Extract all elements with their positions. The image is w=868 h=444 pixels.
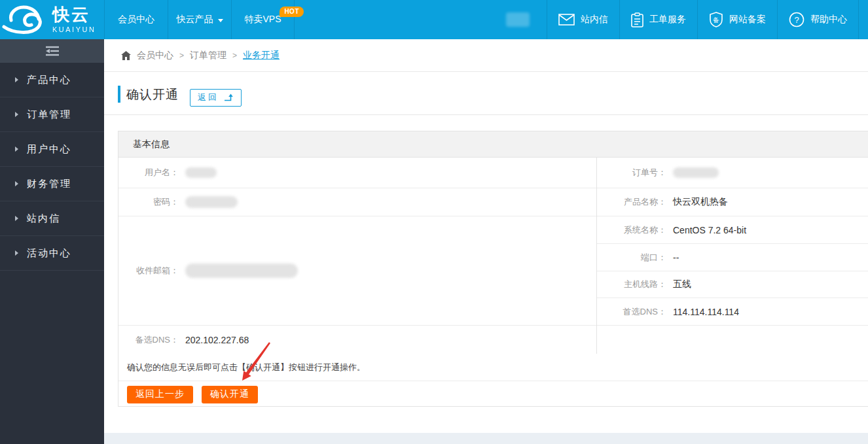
row-recipient-email: 收件邮箱： xyxy=(118,216,596,326)
footer-strip xyxy=(104,433,868,444)
sidebar-collapse-toggle[interactable] xyxy=(0,39,104,63)
chevron-down-icon xyxy=(218,19,223,22)
row-password: 密码： xyxy=(118,188,596,216)
breadcrumb-order-management[interactable]: 订单管理 xyxy=(190,50,226,61)
triangle-right-icon xyxy=(15,181,18,186)
previous-step-button[interactable]: 返回上一步 xyxy=(127,386,193,403)
sidebar-item-inbox[interactable]: 站内信 xyxy=(0,201,104,236)
field-label: 系统名称： xyxy=(597,224,666,236)
sidebar: 产品中心 订单管理 用户中心 财务管理 站内信 活动中心 xyxy=(0,39,104,444)
nav-item-label: 工单服务 xyxy=(649,14,686,26)
breadcrumb-business-activation[interactable]: 业务开通 xyxy=(243,50,280,61)
row-secondary-dns: 备选DNS： 202.102.227.68 xyxy=(118,326,596,354)
mail-icon xyxy=(558,14,575,26)
logo-title-en: KUAIYUN xyxy=(52,26,96,33)
nav-item-inbox[interactable]: 站内信 xyxy=(547,0,619,39)
help-icon: ? xyxy=(789,12,805,27)
redacted-value xyxy=(673,167,719,178)
breadcrumb: 会员中心 > 订单管理 > 业务开通 xyxy=(104,39,868,72)
nav-item-icp-record[interactable]: 备 网站备案 xyxy=(697,0,777,39)
primary-menu: 会员中心 快云产品 特卖VPS HOT xyxy=(104,0,295,39)
sidebar-item-user-center[interactable]: 用户中心 xyxy=(0,132,104,167)
note-text: 确认您的信息无误后即可点击【确认开通】按钮进行开通操作。 xyxy=(127,362,365,373)
sidebar-item-label: 订单管理 xyxy=(27,109,71,121)
row-system-name: 系统名称： CentOS 7.2 64-bit xyxy=(597,216,868,244)
redacted-value xyxy=(185,167,217,178)
basic-info-panel: 基本信息 用户名： 密码： 收件邮箱： xyxy=(118,131,868,407)
back-button[interactable]: 返回 xyxy=(190,89,242,107)
menu-item-products[interactable]: 快云产品 xyxy=(168,0,231,39)
breadcrumb-member-center[interactable]: 会员中心 xyxy=(137,50,173,61)
panel-body: 用户名： 密码： 收件邮箱： 备选DNS： 202.102.227.68 xyxy=(118,158,868,354)
field-value: 快云双机热备 xyxy=(673,196,728,208)
sidebar-item-label: 用户中心 xyxy=(27,143,71,156)
panel-header: 基本信息 xyxy=(118,131,868,158)
field-value: 114.114.114.114 xyxy=(673,307,739,317)
cloud-swirl-icon xyxy=(1,3,51,36)
collapse-menu-icon xyxy=(45,46,60,56)
kuaiyun-logo[interactable]: 快云 KUAIYUN xyxy=(0,0,104,39)
field-label: 订单号： xyxy=(597,167,666,179)
field-label: 密码： xyxy=(118,196,179,208)
sidebar-item-activity-center[interactable]: 活动中心 xyxy=(0,236,104,271)
redacted-value xyxy=(185,196,238,208)
return-arrow-icon xyxy=(224,94,234,101)
triangle-right-icon xyxy=(15,250,18,256)
back-button-label: 返回 xyxy=(198,92,219,103)
username-redacted[interactable] xyxy=(506,12,530,27)
panel-left-column: 用户名： 密码： 收件邮箱： 备选DNS： 202.102.227.68 xyxy=(118,158,596,354)
nav-item-label: 站内信 xyxy=(581,14,608,26)
row-order-number: 订单号： xyxy=(597,158,868,188)
triangle-right-icon xyxy=(15,146,18,152)
row-port: 端口： -- xyxy=(597,244,868,271)
record-shield-icon: 备 xyxy=(709,12,723,27)
field-value: 202.102.227.68 xyxy=(185,335,249,345)
menu-item-label: 会员中心 xyxy=(118,14,154,26)
main-content: 会员中心 > 订单管理 > 业务开通 确认开通 返回 基本信息 xyxy=(104,39,868,444)
page-title: 确认开通 xyxy=(126,86,179,103)
row-host-line: 主机线路： 五线 xyxy=(597,271,868,298)
menu-item-member-center[interactable]: 会员中心 xyxy=(104,0,168,39)
triangle-right-icon xyxy=(15,112,18,117)
sidebar-item-label: 活动中心 xyxy=(27,247,71,260)
field-value: CentOS 7.2 64-bit xyxy=(673,225,746,235)
logo-title-cn: 快云 xyxy=(52,6,96,23)
svg-text:?: ? xyxy=(794,15,799,25)
confirm-activation-button[interactable]: 确认开通 xyxy=(202,386,258,403)
triangle-right-icon xyxy=(15,77,18,82)
nav-item-help-center[interactable]: ? 帮助中心 xyxy=(777,0,859,39)
home-icon xyxy=(121,51,131,60)
hot-badge: HOT xyxy=(280,7,304,17)
confirmation-note: 确认您的信息无误后即可点击【确认开通】按钮进行开通操作。 xyxy=(118,354,868,381)
field-value: -- xyxy=(673,252,679,263)
svg-text:备: 备 xyxy=(713,16,719,24)
sidebar-item-label: 站内信 xyxy=(27,213,60,225)
field-label: 收件邮箱： xyxy=(118,265,179,277)
sidebar-item-order-management[interactable]: 订单管理 xyxy=(0,97,104,132)
breadcrumb-separator: > xyxy=(232,51,237,60)
app-window: 快云 KUAIYUN 会员中心 快云产品 特卖VPS HOT xyxy=(0,0,868,444)
menu-item-label: 快云产品 xyxy=(177,14,213,26)
action-button-row: 返回上一步 确认开通 xyxy=(118,381,868,407)
nav-item-label: 帮助中心 xyxy=(810,14,847,26)
menu-item-label: 特卖VPS xyxy=(244,14,281,26)
sidebar-item-product-center[interactable]: 产品中心 xyxy=(0,63,104,97)
nav-item-work-order[interactable]: 工单服务 xyxy=(619,0,697,39)
redacted-value xyxy=(185,264,298,278)
sidebar-item-label: 产品中心 xyxy=(27,74,71,86)
field-label: 产品名称： xyxy=(597,196,666,208)
page-title-row: 确认开通 返回 xyxy=(104,72,868,115)
field-label: 首选DNS： xyxy=(597,306,666,318)
row-product-name: 产品名称： 快云双机热备 xyxy=(597,188,868,216)
menu-item-vps-sale[interactable]: 特卖VPS HOT xyxy=(231,0,295,39)
nav-item-label: 网站备案 xyxy=(729,14,766,26)
row-primary-dns: 首选DNS： 114.114.114.114 xyxy=(597,298,868,326)
navbar-right: 站内信 工单服务 备 网站备案 xyxy=(506,0,859,39)
field-label: 端口： xyxy=(597,252,666,264)
sidebar-item-finance[interactable]: 财务管理 xyxy=(0,167,104,201)
top-navbar: 快云 KUAIYUN 会员中心 快云产品 特卖VPS HOT xyxy=(0,0,868,39)
title-accent-bar xyxy=(118,86,120,103)
work-order-icon xyxy=(631,12,643,27)
triangle-right-icon xyxy=(15,216,18,221)
field-label: 用户名： xyxy=(118,167,179,179)
